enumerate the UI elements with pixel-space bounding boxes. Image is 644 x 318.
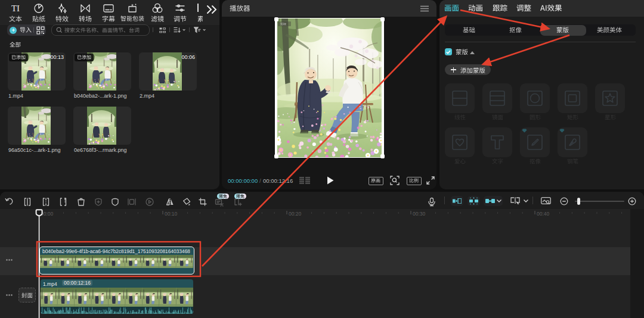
svg-text:TI: TI — [11, 4, 20, 13]
svg-text:00:20: 00:20 — [289, 211, 302, 217]
svg-text:00:10: 00:10 — [165, 211, 178, 217]
svg-text:00:00: 00:00 — [41, 211, 54, 217]
svg-text:00:40: 00:40 — [537, 211, 550, 217]
svg-text:00:30: 00:30 — [413, 211, 426, 217]
